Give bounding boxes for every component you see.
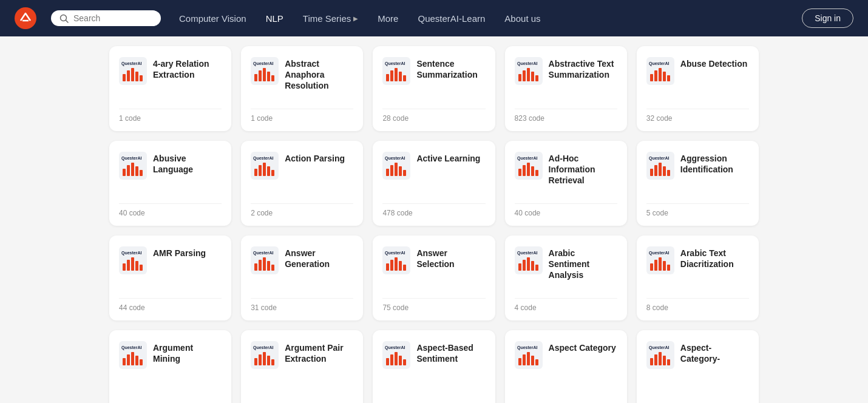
card-item[interactable]: QuesterAI Aspect-Based Sentiment xyxy=(373,330,495,403)
svg-rect-98 xyxy=(527,257,530,271)
card-item[interactable]: QuesterAI Answer Generation 31 code xyxy=(241,235,363,320)
nav-questerai-learn[interactable]: QuesterAI-Learn xyxy=(409,8,493,29)
card-logo-icon: QuesterAI xyxy=(251,152,279,180)
card-item[interactable]: QuesterAI Aspect-Category- xyxy=(637,330,759,403)
search-icon xyxy=(59,14,69,23)
svg-text:QuesterAI: QuesterAI xyxy=(385,251,405,256)
card-code-count: 4 code xyxy=(515,298,617,312)
card-item[interactable]: QuesterAI Abstractive Text Summarization… xyxy=(505,46,627,131)
svg-rect-120 xyxy=(267,356,270,365)
svg-rect-114 xyxy=(140,359,143,365)
svg-rect-133 xyxy=(527,352,530,365)
card-code-count: 40 code xyxy=(515,203,617,217)
card-item[interactable]: QuesterAI Answer Selection 75 code xyxy=(373,235,495,320)
card-top: QuesterAI Aspect-Based Sentiment xyxy=(382,341,485,369)
svg-rect-7 xyxy=(131,68,134,81)
svg-rect-77 xyxy=(131,257,134,271)
card-title: Argument Pair Extraction xyxy=(285,341,353,364)
svg-rect-92 xyxy=(399,261,402,271)
svg-rect-97 xyxy=(523,260,526,271)
svg-rect-131 xyxy=(518,358,521,365)
card-logo-icon: QuesterAI xyxy=(646,152,674,180)
nav-more[interactable]: More xyxy=(369,8,407,29)
card-item[interactable]: QuesterAI Ad-Hoc Information Retrieval 4… xyxy=(505,141,627,226)
card-item[interactable]: QuesterAI AMR Parsing 44 code xyxy=(109,235,231,320)
svg-rect-42 xyxy=(131,163,134,176)
svg-rect-62 xyxy=(523,165,526,176)
card-item[interactable]: QuesterAI Action Parsing 2 code xyxy=(241,141,363,226)
card-item[interactable]: QuesterAI Active Learning 478 code xyxy=(373,141,495,226)
nav-time-series[interactable]: Time Series ▶ xyxy=(294,8,367,29)
card-logo-icon: QuesterAI xyxy=(119,152,147,180)
card-item[interactable]: QuesterAI Abuse Detection 32 code xyxy=(637,46,759,131)
card-code-count: 28 code xyxy=(382,109,485,123)
svg-rect-22 xyxy=(399,72,402,81)
search-bar[interactable] xyxy=(51,10,161,26)
svg-rect-127 xyxy=(399,356,402,365)
svg-rect-111 xyxy=(127,354,130,365)
svg-rect-6 xyxy=(127,70,130,81)
card-logo-icon: QuesterAI xyxy=(515,341,543,369)
svg-rect-117 xyxy=(254,358,257,365)
svg-rect-41 xyxy=(127,165,130,176)
card-item[interactable]: QuesterAI Abusive Language 40 code xyxy=(109,141,231,226)
svg-rect-82 xyxy=(254,263,257,271)
search-input[interactable] xyxy=(73,13,152,23)
svg-rect-103 xyxy=(650,263,653,271)
svg-rect-14 xyxy=(263,68,266,81)
card-logo-icon: QuesterAI xyxy=(119,246,147,274)
card-item[interactable]: QuesterAI Argument Mining xyxy=(109,330,231,403)
svg-rect-36 xyxy=(663,72,666,81)
svg-rect-48 xyxy=(259,165,262,176)
svg-rect-50 xyxy=(267,166,270,176)
card-code-count: 2 code xyxy=(251,203,353,217)
card-logo-icon: QuesterAI xyxy=(251,341,279,369)
svg-text:QuesterAI: QuesterAI xyxy=(121,61,142,66)
card-title: Abuse Detection xyxy=(680,57,747,69)
svg-rect-112 xyxy=(131,352,134,365)
sign-in-button[interactable]: Sign in xyxy=(802,8,853,28)
svg-rect-37 xyxy=(667,75,670,81)
svg-rect-9 xyxy=(140,75,143,81)
card-title: Aggression Identification xyxy=(680,152,749,175)
card-code-count: 1 code xyxy=(119,109,222,123)
card-title: Arabic Sentiment Analysis xyxy=(549,246,617,281)
svg-rect-121 xyxy=(271,359,274,365)
card-top: QuesterAI AMR Parsing xyxy=(119,246,222,274)
card-code-count: 8 code xyxy=(646,298,749,312)
card-item[interactable]: QuesterAI Aspect Category xyxy=(505,330,627,403)
card-item[interactable]: QuesterAI Aggression Identification 5 co… xyxy=(637,141,759,226)
svg-rect-27 xyxy=(523,70,526,81)
card-logo-icon: QuesterAI xyxy=(382,246,410,274)
card-item[interactable]: QuesterAI 4-ary Relation Extraction 1 co… xyxy=(109,46,231,131)
svg-rect-135 xyxy=(535,359,538,365)
nav-computer-vision[interactable]: Computer Vision xyxy=(171,8,255,29)
card-top: QuesterAI Sentence Summarization xyxy=(382,57,485,85)
card-item[interactable]: QuesterAI Arabic Text Diacritization 8 c… xyxy=(637,235,759,320)
svg-rect-124 xyxy=(386,358,389,365)
svg-rect-119 xyxy=(263,352,266,365)
card-logo-icon: QuesterAI xyxy=(646,57,674,85)
svg-rect-142 xyxy=(667,359,670,365)
chevron-icon: ▶ xyxy=(353,15,358,22)
card-top: QuesterAI Abstractive Text Summarization xyxy=(515,57,617,85)
card-top: QuesterAI Argument Pair Extraction xyxy=(251,341,353,369)
svg-text:QuesterAI: QuesterAI xyxy=(649,61,670,66)
card-item[interactable]: QuesterAI Argument Pair Extraction xyxy=(241,330,363,403)
card-item[interactable]: QuesterAI Abstract Anaphora Resolution 1… xyxy=(241,46,363,131)
svg-rect-85 xyxy=(267,261,270,271)
svg-rect-29 xyxy=(531,72,534,81)
svg-text:QuesterAI: QuesterAI xyxy=(517,156,538,161)
card-title: Argument Mining xyxy=(153,341,222,364)
svg-rect-58 xyxy=(403,170,406,176)
svg-text:QuesterAI: QuesterAI xyxy=(649,251,670,256)
svg-rect-138 xyxy=(650,358,653,365)
svg-rect-55 xyxy=(390,165,393,176)
svg-rect-104 xyxy=(654,260,657,271)
card-item[interactable]: QuesterAI Arabic Sentiment Analysis 4 co… xyxy=(505,235,627,320)
nav-about-us[interactable]: About us xyxy=(496,8,549,29)
card-item[interactable]: QuesterAI Sentence Summarization 28 code xyxy=(373,46,495,131)
svg-rect-96 xyxy=(518,263,521,271)
nav-nlp[interactable]: NLP xyxy=(257,8,292,29)
svg-rect-65 xyxy=(535,170,538,176)
